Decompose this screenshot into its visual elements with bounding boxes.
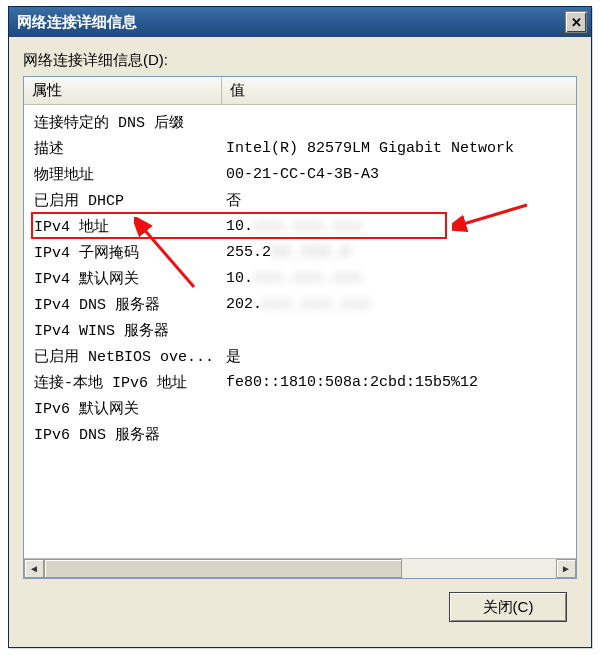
property-cell: IPv6 DNS 服务器 [24,425,222,444]
value-cell: 202.xxx.xxx.xxx [222,296,576,313]
column-property[interactable]: 属性 [24,77,222,104]
details-label: 网络连接详细信息(D): [23,51,577,70]
horizontal-scrollbar[interactable]: ◄ ► [24,558,576,578]
table-row[interactable]: 连接特定的 DNS 后缀 [24,109,576,135]
table-row[interactable]: IPv4 子网掩码255.255.255.0 [24,239,576,265]
table-row[interactable]: IPv4 地址10.xxx.xxx.xxx [24,213,576,239]
table-row[interactable]: 描述Intel(R) 82579LM Gigabit Network [24,135,576,161]
table-row[interactable]: 连接-本地 IPv6 地址fe80::1810:508a:2cbd:15b5%1… [24,369,576,395]
dialog-body: 网络连接详细信息(D): 属性 值 连接特定的 DNS 后缀描述Intel(R)… [9,37,591,647]
window-close-button[interactable]: ✕ [565,11,587,33]
property-cell: 描述 [24,139,222,158]
property-cell: IPv4 地址 [24,217,222,236]
scroll-thumb[interactable] [44,559,402,578]
value-cell: 00-21-CC-C4-3B-A3 [222,166,576,183]
value-cell: Intel(R) 82579LM Gigabit Network [222,140,576,157]
value-cell: 否 [222,191,576,210]
scroll-track[interactable] [44,559,556,578]
table-row[interactable]: IPv6 默认网关 [24,395,576,421]
property-cell: IPv4 DNS 服务器 [24,295,222,314]
column-value[interactable]: 值 [222,77,576,104]
table-row[interactable]: 物理地址00-21-CC-C4-3B-A3 [24,161,576,187]
dialog-footer: 关闭(C) [23,579,577,635]
property-cell: 已启用 NetBIOS ove... [24,347,222,366]
close-icon: ✕ [571,15,582,30]
close-button[interactable]: 关闭(C) [449,592,567,622]
property-cell: IPv6 默认网关 [24,399,222,418]
table-row[interactable]: 已启用 NetBIOS ove...是 [24,343,576,369]
window-title: 网络连接详细信息 [17,13,565,32]
property-cell: IPv4 默认网关 [24,269,222,288]
dialog-window: 网络连接详细信息 ✕ 网络连接详细信息(D): 属性 值 连接特定的 DNS 后… [8,6,592,648]
table-row[interactable]: 已启用 DHCP否 [24,187,576,213]
titlebar[interactable]: 网络连接详细信息 ✕ [9,7,591,37]
property-cell: 已启用 DHCP [24,191,222,210]
table-row[interactable]: IPv4 DNS 服务器202.xxx.xxx.xxx [24,291,576,317]
value-cell: fe80::1810:508a:2cbd:15b5%12 [222,374,576,391]
scroll-right-button[interactable]: ► [556,559,576,578]
property-cell: IPv4 WINS 服务器 [24,321,222,340]
value-cell: 10.xxx.xxx.xxx [222,270,576,287]
property-cell: IPv4 子网掩码 [24,243,222,262]
value-cell: 255.255.255.0 [222,244,576,261]
property-cell: 连接-本地 IPv6 地址 [24,373,222,392]
value-cell: 10.xxx.xxx.xxx [222,218,576,235]
table-row[interactable]: IPv6 DNS 服务器 [24,421,576,447]
listview[interactable]: 属性 值 连接特定的 DNS 后缀描述Intel(R) 82579LM Giga… [23,76,577,579]
listview-header[interactable]: 属性 值 [24,77,576,105]
scroll-left-button[interactable]: ◄ [24,559,44,578]
chevron-left-icon: ◄ [29,563,39,574]
table-row[interactable]: IPv4 WINS 服务器 [24,317,576,343]
table-row[interactable]: IPv4 默认网关10.xxx.xxx.xxx [24,265,576,291]
property-cell: 连接特定的 DNS 后缀 [24,113,222,132]
chevron-right-icon: ► [561,563,571,574]
property-cell: 物理地址 [24,165,222,184]
listview-rows: 连接特定的 DNS 后缀描述Intel(R) 82579LM Gigabit N… [24,105,576,447]
value-cell: 是 [222,347,576,366]
